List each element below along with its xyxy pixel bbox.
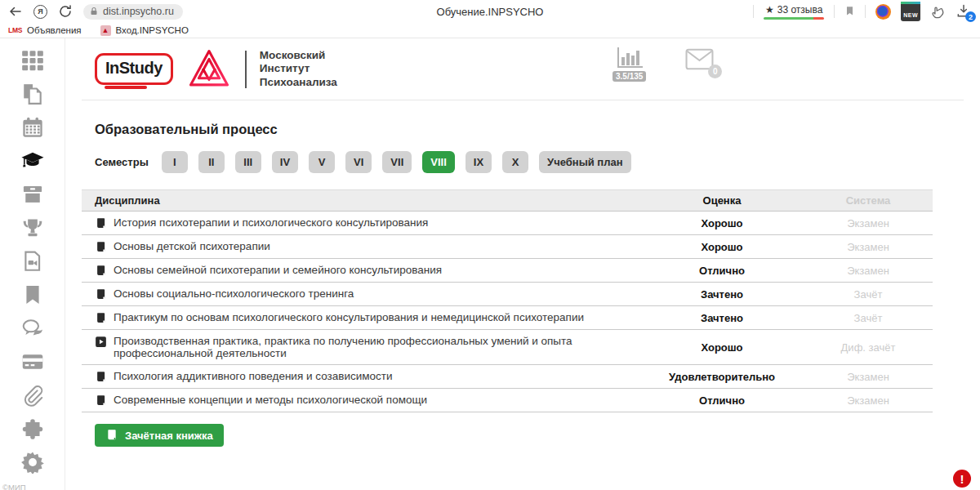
instudy-logo[interactable]: InStudy <box>95 53 173 85</box>
grade-value: Хорошо <box>640 341 804 354</box>
browser-profile-icon[interactable] <box>875 4 891 20</box>
table-row[interactable]: Основы детской психотерапии Хорошо Экзам… <box>82 235 933 259</box>
sidebar-item-video-materials[interactable] <box>21 250 44 273</box>
bookmark-label: Объявления <box>27 25 82 35</box>
system-value: Диф. зачёт <box>804 341 933 354</box>
back-icon[interactable] <box>8 4 23 19</box>
discipline-name: История психотерапии и психологического … <box>114 216 428 229</box>
app-header: InStudy Московский Институт Психоанализа <box>82 38 964 100</box>
book-icon <box>95 241 107 253</box>
semester-button-semester-10[interactable]: X <box>502 151 528 173</box>
documents-icon <box>21 94 44 108</box>
system-value: Экзамен <box>804 217 933 229</box>
lms-favicon: LMS <box>8 26 22 34</box>
sidebar-item-payment-card[interactable] <box>21 350 44 373</box>
messages-count-badge: 0 <box>708 65 722 78</box>
table-row[interactable]: Основы семейной психотерапии и семейного… <box>82 259 933 283</box>
table-row[interactable]: Производственная практика, практика по п… <box>82 330 933 365</box>
lock-icon <box>89 7 99 16</box>
system-value: Зачёт <box>804 288 933 301</box>
address-bar[interactable]: dist.inpsycho.ru <box>83 4 183 20</box>
column-discipline: Дисциплина <box>82 194 640 207</box>
system-value: Экзамен <box>804 371 933 383</box>
table-row[interactable]: Психология аддиктивного поведения и соза… <box>82 365 933 389</box>
star-icon: ★ <box>765 4 774 16</box>
messages-button[interactable]: 0 <box>685 48 714 74</box>
new-extension-icon[interactable]: NEW <box>901 2 920 21</box>
attachments-icon <box>21 395 44 409</box>
semester-button-semester-8[interactable]: VIII <box>422 151 455 173</box>
sidebar-item-calendar[interactable] <box>21 116 44 139</box>
sidebar-nav: ©МИП <box>0 38 65 490</box>
sidebar-item-archive[interactable] <box>21 183 44 206</box>
sidebar-item-documents[interactable] <box>21 82 44 105</box>
toolbar-separator <box>753 5 754 18</box>
chat-icon <box>21 328 44 342</box>
sidebar-item-attachments[interactable] <box>21 384 44 407</box>
semester-button-semester-7[interactable]: VII <box>382 151 412 173</box>
sidebar-item-bookmark[interactable] <box>21 283 44 306</box>
extension-glove-icon[interactable] <box>930 4 946 20</box>
stats-badge: 3.5/135 <box>612 71 646 82</box>
grade-value: Зачтено <box>640 288 804 301</box>
downloads-count-badge: 2 <box>965 11 976 22</box>
system-value: Экзамен <box>804 241 933 253</box>
mip-triangle-logo <box>186 47 232 91</box>
semester-button-semester-5[interactable]: V <box>309 151 335 173</box>
semester-button-semester-6[interactable]: VI <box>345 151 372 173</box>
book-icon <box>95 312 107 324</box>
bookmark-login-inpsycho[interactable]: ▲ Вход.INPSYCHO <box>100 25 189 36</box>
semester-button-study-plan[interactable]: Учебный план <box>539 151 630 173</box>
table-row[interactable]: Современные концепции и методы психологи… <box>82 389 933 412</box>
table-row[interactable]: Основы социально-психологического тренин… <box>82 283 933 306</box>
yandex-browser-icon[interactable]: Я <box>33 5 47 19</box>
toolbar-separator <box>834 5 835 18</box>
bookmark-announcements[interactable]: LMS Объявления <box>8 25 82 35</box>
discipline-name: Практикум по основам психологического ко… <box>114 311 584 323</box>
progress-stats-button[interactable]: 3.5/135 <box>612 46 646 82</box>
semesters-label: Семестры <box>95 156 149 168</box>
grade-value: Хорошо <box>640 217 804 229</box>
bookmark-flag-icon[interactable] <box>844 5 855 18</box>
site-reviews-widget[interactable]: ★ 33 отзыва <box>764 4 824 20</box>
bookmark-icon <box>21 295 44 309</box>
semester-button-semester-2[interactable]: II <box>198 151 225 173</box>
semester-button-semester-4[interactable]: IV <box>272 151 298 173</box>
semester-button-semester-1[interactable]: I <box>162 151 188 173</box>
discipline-name: Психология аддиктивного поведения и соза… <box>114 370 392 382</box>
alert-notification-icon[interactable]: ! <box>953 470 971 488</box>
system-value: Экзамен <box>804 265 933 277</box>
book-icon <box>95 371 107 383</box>
book-icon <box>95 288 107 301</box>
sidebar-item-integrations-puzzle[interactable] <box>21 417 44 440</box>
system-value: Экзамен <box>804 394 933 407</box>
archive-icon <box>21 194 44 208</box>
discipline-name: Производственная практика, практика по п… <box>114 335 640 359</box>
semester-button-semester-3[interactable]: III <box>235 151 261 173</box>
grade-value: Отлично <box>640 265 804 277</box>
table-row[interactable]: История психотерапии и психологического … <box>82 212 933 235</box>
sidebar-item-chat[interactable] <box>21 317 44 340</box>
sidebar-item-trophy[interactable] <box>21 216 44 239</box>
bookmark-label: Вход.INPSYCHO <box>116 25 189 35</box>
downloads-icon[interactable]: 2 <box>956 3 972 20</box>
institute-name: Московский Институт Психоанализа <box>260 49 337 89</box>
reviews-count: 33 отзыва <box>777 4 823 16</box>
semester-button-semester-9[interactable]: IX <box>466 151 492 173</box>
sidebar-item-settings-gear[interactable] <box>21 451 44 474</box>
settings-gear-icon <box>21 462 44 476</box>
table-row[interactable]: Практикум по основам психологического ко… <box>82 306 933 330</box>
column-system: Система <box>804 194 933 207</box>
sidebar-item-apps-grid[interactable] <box>21 49 44 72</box>
sidebar-item-education[interactable] <box>21 149 44 172</box>
disciplines-table: Дисциплина Оценка Система История психот… <box>82 189 964 412</box>
system-value: Зачёт <box>804 312 933 324</box>
gradebook-button[interactable]: Зачётная книжка <box>95 424 224 447</box>
calendar-icon <box>21 127 44 141</box>
bar-chart-icon <box>615 46 644 70</box>
mip-favicon: ▲ <box>100 25 111 36</box>
refresh-icon[interactable] <box>58 4 73 19</box>
semester-switcher: Семестры IIIIIIIVVVIVIIVIIIIXXУчебный пл… <box>95 151 964 173</box>
grade-value: Зачтено <box>640 312 804 324</box>
bookmarks-bar: LMS Объявления ▲ Вход.INPSYCHO <box>0 23 980 38</box>
